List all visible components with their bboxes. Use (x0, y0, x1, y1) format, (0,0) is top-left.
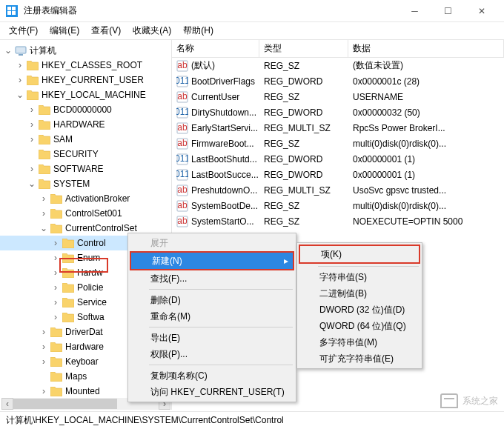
expander-icon[interactable]: › (50, 297, 61, 307)
expander-icon[interactable]: › (39, 327, 49, 337)
value-type: REG_MULTI_SZ (259, 123, 348, 133)
cm-new-string[interactable]: 字符串值(S) (299, 269, 420, 285)
tree-hkcu[interactable]: ›HKEY_CURRENT_USER (0, 73, 171, 87)
menu-view[interactable]: 查看(V) (85, 23, 127, 39)
expander-icon[interactable]: ⌄ (3, 45, 13, 56)
value-type: REG_SZ (259, 201, 348, 211)
expander-icon[interactable]: ⌄ (27, 179, 37, 189)
tree-sam[interactable]: ›SAM (0, 132, 171, 147)
tree-software[interactable]: ›SOFTWARE (0, 162, 171, 176)
expander-icon[interactable]: › (50, 282, 61, 293)
cm-permissions[interactable]: 权限(P)... (130, 346, 294, 362)
cm-new-qword[interactable]: QWORD (64 位)值(Q) (299, 318, 420, 334)
svg-text:011: 011 (176, 76, 188, 86)
list-row[interactable]: abSystemStartO...REG_SZ NOEXECUTE=OPTIN … (172, 213, 504, 229)
folder-icon (62, 239, 74, 248)
tree-bcd[interactable]: ›BCD00000000 (0, 102, 171, 117)
value-name: CurrentUser (191, 92, 239, 102)
value-data: RpcSs Power BrokerI... (348, 123, 504, 133)
scroll-left-icon[interactable]: ‹ (1, 398, 13, 410)
folder-icon (50, 194, 62, 204)
submenu-arrow-icon: ▸ (284, 256, 288, 266)
value-name: SystemStartO... (191, 216, 254, 227)
tree-node-label: Maps (65, 371, 87, 382)
tree-node-label: Policie (77, 282, 103, 293)
expander-icon[interactable]: › (50, 238, 61, 248)
tree-hardware[interactable]: ›HARDWARE (0, 117, 171, 132)
cm-new-multistr[interactable]: 多字符串值(M) (299, 334, 420, 350)
tree-node-label: ControlSet001 (65, 208, 122, 219)
tree-node-label: Hardw (77, 267, 103, 278)
menu-file[interactable]: 文件(F) (3, 23, 44, 39)
value-data: multi(0)disk(0)rdisk(0)... (348, 139, 504, 149)
value-name: PreshutdownO... (191, 185, 257, 196)
menu-edit[interactable]: 编辑(E) (44, 23, 85, 39)
list-row[interactable]: abFirmwareBoot...REG_SZmulti(0)disk(0)rd… (172, 136, 504, 151)
expander-icon[interactable]: › (15, 75, 25, 85)
tree-cs001[interactable]: ›ControlSet001 (0, 206, 171, 221)
list-row[interactable]: 011BootDriverFlagsREG_DWORD0x0000001c (2… (172, 73, 504, 89)
expander-icon[interactable]: › (27, 134, 37, 144)
folder-icon (39, 135, 50, 144)
maximize-button[interactable]: ☐ (431, 1, 465, 21)
separator (318, 266, 419, 267)
col-name[interactable]: 名称 (172, 40, 259, 57)
cm-new[interactable]: 新建(N) ▸ (131, 253, 293, 269)
menu-favorites[interactable]: 收藏夹(A) (127, 23, 177, 39)
titlebar: 注册表编辑器 ─ ☐ ✕ (0, 0, 504, 22)
tree-security[interactable]: SECURITY (0, 147, 171, 162)
menu-help[interactable]: 帮助(H) (177, 23, 219, 39)
value-binary-icon: 011 (176, 76, 188, 87)
expander-icon[interactable]: › (27, 104, 37, 115)
cm-new-expandstr[interactable]: 可扩充字符串值(E) (299, 350, 420, 367)
expander-icon[interactable]: › (27, 119, 37, 130)
list-row[interactable]: abSystemBootDe...REG_SZmulti(0)disk(0)rd… (172, 198, 504, 213)
expander-icon[interactable]: ⌄ (39, 223, 49, 233)
col-type[interactable]: 类型 (259, 40, 348, 57)
expander-icon[interactable]: › (50, 267, 61, 278)
cm-rename[interactable]: 重命名(M) (130, 308, 294, 325)
cm-find[interactable]: 查找(F)... (130, 270, 294, 287)
expander-icon[interactable]: › (50, 253, 61, 263)
expander-icon[interactable]: › (39, 208, 49, 219)
list-row[interactable]: 011DirtyShutdown...REG_DWORD0x00000032 (… (172, 104, 504, 120)
cm-new-binary[interactable]: 二进制值(B) (299, 285, 420, 302)
tree-node-label: Mounted (65, 386, 100, 396)
value-data: (数值未设置) (348, 59, 504, 72)
folder-icon (62, 283, 74, 293)
expander-icon[interactable]: › (50, 312, 61, 322)
expander-icon[interactable]: › (39, 386, 49, 396)
cm-expand[interactable]: 展开 (130, 235, 294, 251)
cm-gotohkcu[interactable]: 访问 HKEY_CURRENT_USER(T) (130, 384, 294, 400)
list-row[interactable]: ab(默认)REG_SZ(数值未设置) (172, 58, 504, 73)
expander-icon[interactable]: › (39, 356, 49, 367)
expander-icon[interactable]: › (39, 342, 49, 352)
value-name: LastBootShutd... (191, 154, 257, 164)
list-row[interactable]: 011LastBootShutd...REG_DWORD0x00000001 (… (172, 151, 504, 167)
minimize-button[interactable]: ─ (398, 1, 431, 21)
cm-new-dword[interactable]: DWORD (32 位)值(D) (299, 302, 420, 318)
expander-icon[interactable]: › (15, 60, 25, 70)
list-row[interactable]: abCurrentUserREG_SZUSERNAME (172, 89, 504, 104)
cm-new-key[interactable]: 项(K) (300, 246, 419, 262)
tree-system[interactable]: ⌄SYSTEM (0, 176, 171, 191)
tree-hklm[interactable]: ⌄HKEY_LOCAL_MACHINE (0, 87, 171, 102)
list-row[interactable]: abPreshutdownO...REG_MULTI_SZUsoSvc gpsv… (172, 182, 504, 198)
close-button[interactable]: ✕ (465, 1, 498, 21)
tree-root[interactable]: ⌄计算机 (0, 43, 171, 58)
expander-icon[interactable]: ⌄ (15, 90, 25, 100)
scroll-thumb[interactable] (13, 399, 117, 409)
expander-icon[interactable]: › (39, 193, 49, 204)
folder-icon (50, 209, 62, 219)
folder-icon (50, 357, 62, 367)
expander-icon[interactable]: › (27, 164, 37, 174)
list-row[interactable]: abEarlyStartServi...REG_MULTI_SZRpcSs Po… (172, 120, 504, 136)
tree-hkcr[interactable]: ›HKEY_CLASSES_ROOT (0, 58, 171, 73)
cm-export[interactable]: 导出(E) (130, 330, 294, 346)
col-data[interactable]: 数据 (348, 40, 504, 57)
tree-activation[interactable]: ›ActivationBroker (0, 191, 171, 206)
cm-copykeyname[interactable]: 复制项名称(C) (130, 368, 294, 384)
list-row[interactable]: 011LastBootSucce...REG_DWORD0x00000001 (… (172, 167, 504, 182)
cm-delete[interactable]: 删除(D) (130, 292, 294, 308)
value-string-icon: ab (176, 184, 188, 196)
